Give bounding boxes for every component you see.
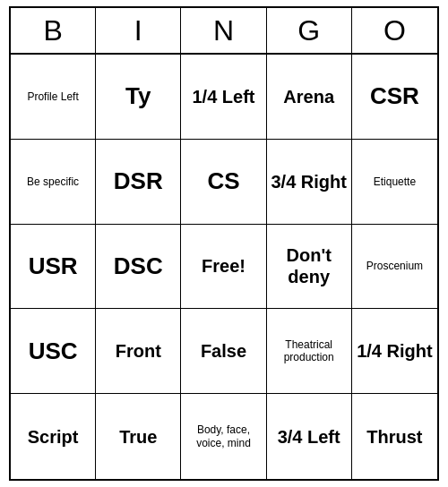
bingo-cell: Script [11,394,96,479]
cell-text: CS [207,167,239,195]
bingo-cell: CS [181,140,266,225]
bingo-cell: DSR [96,140,181,225]
cell-text: 1/4 Left [192,86,254,107]
cell-text: DSC [114,252,163,280]
bingo-cell: Front [96,309,181,394]
bingo-cell: DSC [96,225,181,310]
bingo-cell: Thrust [352,394,437,479]
cell-text: Proscenium [366,260,423,272]
bingo-cell: Be specific [11,140,96,225]
bingo-cell: Arena [267,55,352,140]
bingo-cell: Ty [96,55,181,140]
cell-text: Thrust [366,426,422,448]
bingo-header-letter: O [352,8,437,53]
bingo-cell: 1/4 Left [181,55,266,140]
cell-text: False [201,340,246,362]
bingo-cell: 3/4 Left [267,394,352,479]
cell-text: Ty [125,82,151,110]
bingo-header-letter: G [267,8,352,53]
bingo-cell: Don't deny [267,225,352,310]
cell-text: True [119,426,157,448]
bingo-cell: Proscenium [352,225,437,310]
bingo-card: BINGO Profile LeftTy1/4 LeftArenaCSRBe s… [9,6,439,481]
cell-text: Free! [202,255,246,277]
bingo-cell: USC [11,309,96,394]
bingo-cell: USR [11,225,96,310]
cell-text: 1/4 Right [357,340,432,362]
bingo-cell: Body, face, voice, mind [181,394,266,479]
bingo-header-letter: N [181,8,266,53]
bingo-header: BINGO [11,8,437,55]
cell-text: Be specific [27,175,79,188]
cell-text: Body, face, voice, mind [185,423,262,449]
bingo-cell: Etiquette [352,140,437,225]
cell-text: 3/4 Left [278,426,340,448]
cell-text: CSR [370,82,419,110]
bingo-cell: 3/4 Right [267,140,352,225]
bingo-cell: Profile Left [11,55,96,140]
cell-text: USR [29,252,78,280]
bingo-cell: 1/4 Right [352,309,437,394]
bingo-header-letter: B [11,8,96,53]
cell-text: Script [28,426,79,448]
cell-text: 3/4 Right [271,171,346,192]
bingo-cell: Free! [181,225,266,310]
cell-text: Arena [283,86,334,107]
cell-text: Don't deny [271,244,348,287]
cell-text: Front [116,340,161,362]
bingo-cell: Theatrical production [267,309,352,394]
bingo-cell: CSR [352,55,437,140]
cell-text: Theatrical production [271,338,348,364]
bingo-body: Profile LeftTy1/4 LeftArenaCSRBe specifi… [11,55,437,479]
bingo-cell: True [96,394,181,479]
bingo-cell: False [181,309,266,394]
cell-text: USC [29,337,78,365]
cell-text: Etiquette [374,175,416,188]
cell-text: Profile Left [27,90,78,103]
cell-text: DSR [114,167,163,195]
bingo-header-letter: I [96,8,181,53]
